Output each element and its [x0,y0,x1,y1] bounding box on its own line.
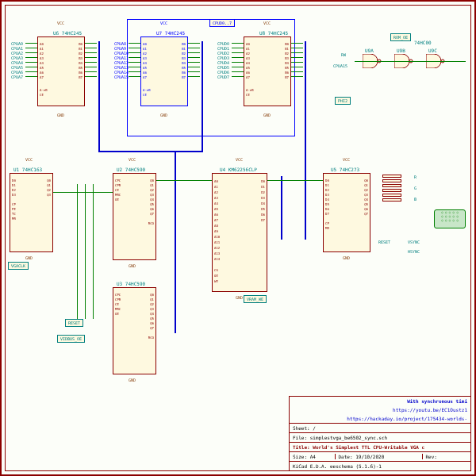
wire-sample2 [156,180,212,181]
title-link1: https://youtu.be/EC1Oustz1 [393,407,467,413]
gnd-u4: GND [236,295,243,300]
bus-h1 [98,151,203,152]
wires-u8-left [232,43,244,44]
ic-u6-label: U6 74HC245 [53,30,82,36]
netlabel-hsync: HSYNC [408,249,420,254]
ic-u4-sram[interactable]: A0A1A2A3A4A5A6A7A8A9A10A11A12A13A14CSOEW… [212,173,267,292]
vcc-u1: VCC [25,157,33,162]
ic-u5-label: U5 74HC273 [331,167,359,172]
netlabel-reset: RESET [65,319,83,327]
title-size: Size: A4 [293,454,335,459]
wire-sample7 [93,184,94,319]
gnd-u5: GND [343,255,350,260]
wire-sample3 [267,180,323,181]
gnd-u2: GND [129,263,136,268]
wire-sample1 [53,192,113,193]
title-label: Title: [293,444,310,450]
vcc-u4: VCC [236,157,243,162]
title-sheet: Sheet: / [293,425,316,431]
ic-u2-74hc590[interactable]: CPCCPRCEMRCOE Q0Q1Q2Q3Q4Q5Q6Q7RCO [113,173,156,260]
title-rev: Rev: [422,454,468,459]
gnd-u3: GND [129,378,136,382]
bus-addr2 [202,41,203,152]
ic-u2-label: U2 74HC590 [117,167,145,172]
wire-sample4 [355,61,466,62]
resistor-array[interactable] [382,175,406,206]
netlabel-cpud0-7: CPUD0 CPUD1 CPUD2 CPUD3 CPUD4 CPUD5 CPUD… [217,41,229,79]
title-block: With synchronous timi https://youtu.be/E… [289,396,471,471]
vcc-u7: VCC [160,21,167,25]
netlabel-vsync: VSYNC [408,240,420,244]
ic-u6-74hc245[interactable]: A0A1A2A3A4A5A6A7 B0B1B2B3B4B5B6B7 A->BCE [37,36,85,106]
ic-u8-label: U8 74HC245 [259,30,288,36]
ic-u8-74hc245[interactable]: A0A1A2A3A4A5A6A7 B0B1B2B3B4B5B6B7 A->BCE [244,36,291,106]
netlabel-vgaclk: VGACLK [8,262,29,270]
netlabel-g: G [414,186,416,190]
ic-u7-74hc245[interactable]: A0A1A2A3A4A5A6A7 B0B1B2B3B4B5B6B7 A->BCE [140,36,188,106]
wires-u8-right [291,43,303,44]
title-tool: KiCad E.D.A. eeschema (5.1.6)-1 [293,463,382,469]
ic-u5-74hc273[interactable]: D0D1D2D3D4D5D6D7CPMR Q0Q1Q2Q3Q4Q5Q6Q7 [323,173,370,252]
gnd-u1: GND [25,255,33,260]
ic-u4-label: U4 KM62256CLP [220,167,257,172]
gate-u9a-label: U9A [365,48,374,53]
gate-u9-part: 74HC00 [414,40,432,45]
bus-addr [98,41,100,152]
netlabel-cpua0-7: CPUA0 CPUA1 CPUA2 CPUA3 CPUA4 CPUA5 CPUA… [11,41,23,79]
netlabel-romoe: ROM_OE [390,33,411,41]
vcc-u5: VCC [343,157,350,162]
ic-u3-label: U3 74HC590 [117,281,145,286]
gate-u9c-label: U9C [428,48,437,53]
netlabel-vidbusoe: VIDBUS_OE [57,335,85,343]
gnd-u8: GND [263,113,271,117]
wire-sample6 [85,184,86,319]
vcc-u6: VCC [57,21,64,25]
ic-u1-74hc163[interactable]: D0D1D2D3CPPETCMR Q0Q1Q2Q3 [10,173,53,252]
vcc-u2: VCC [129,157,136,162]
gnd-u6: GND [57,113,64,117]
gate-u9b-label: U9B [397,48,405,53]
title-note: With synchronous timi [407,398,467,404]
wires-u6-right [85,43,97,44]
netlabel-phi2: PHI2 [335,97,351,105]
bus-data2 [281,176,282,240]
netlabel-vramwe: VRAM_WE [244,295,267,303]
netlabel-b: B [414,197,416,202]
title-link2: https://hackaday.io/project/175434-world… [347,416,467,421]
wires-u7-left [129,43,140,44]
title-date: Date: 19/10/2020 [335,454,422,459]
title-text: World's Simplest TTL CPU-Writable VGA c [313,444,424,450]
ic-u7-label: U7 74HC245 [156,30,185,36]
vcc-u8: VCC [263,21,271,25]
ic-u3-74hc590[interactable]: CPCCPRCEMRCOE Q0Q1Q2Q3Q4Q5Q6Q7RCO [113,287,156,374]
title-file: File: simplestvga_be6502_sync.sch [293,435,387,440]
bus-addr3 [175,151,176,333]
netlabel-cpua8-15: CPUA8 CPUA9 CPUA10 CPUA11 CPUA12 CPUA13 … [114,41,129,79]
bus-label-cpud: CPUD0..7 [209,19,235,27]
bus-data [305,41,306,240]
netlabel-rw: RW [341,52,346,57]
gnd-u7: GND [160,113,167,117]
netlabel-r: R [414,175,416,179]
wire-sample5 [77,184,78,319]
ic-u1-label: U1 74HC163 [13,167,42,172]
netlabel-reset2: RESET [378,240,390,244]
vga-connector[interactable]: ○ ○ ○ ○ ○○ ○ ○ ○ ○○ ○ ○ ○ ○ [434,209,466,228]
wires-u7-right [188,43,200,44]
netlabel-cpua15-gate: CPUA15 [333,63,347,68]
wires-u6-left [25,43,37,44]
